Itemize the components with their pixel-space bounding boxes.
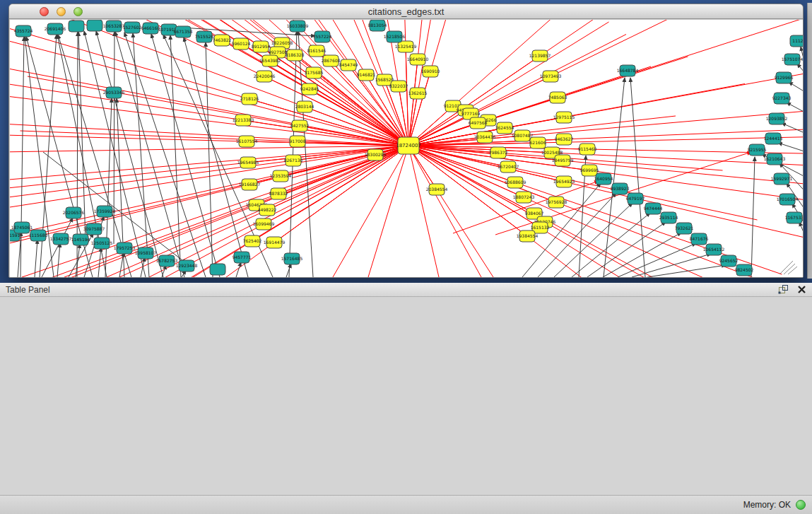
graph-node-label: 10653287 — [103, 23, 125, 28]
graph-node-label: 16107554 — [236, 139, 258, 144]
graph-node-label: 621606 — [530, 140, 546, 145]
graph-node-label: 1167533 — [785, 215, 803, 220]
graph-node-label: 8471676 — [690, 236, 709, 241]
graph-node-label: 2803144 — [295, 104, 314, 109]
graph-node-label: 12353594 — [270, 173, 292, 178]
graph-node-label: 9824502 — [735, 267, 754, 272]
graph-node-label: 10973493 — [540, 74, 562, 78]
network-window-titlebar[interactable]: citations_edges.txt — [9, 4, 803, 19]
citation-edge — [587, 222, 666, 277]
graph-node-label: 16914479 — [264, 240, 286, 245]
citation-edge — [310, 89, 408, 146]
graph-node-label: 10807487 — [512, 133, 534, 138]
citation-edge — [778, 143, 803, 152]
graph-node-label: 18226058 — [271, 40, 293, 45]
graph-node-label: 19654923 — [553, 179, 575, 184]
graph-node-label: 6479197 — [626, 196, 645, 201]
citation-edge — [333, 146, 408, 277]
graph-node-label: 16720407 — [498, 164, 519, 169]
graph-node-label: 6671358 — [174, 29, 193, 34]
graph-node-label: 12139857 — [529, 53, 551, 58]
graph-node-label: 9474444 — [644, 206, 663, 211]
citation-edge — [10, 67, 408, 146]
status-bar: Memory: OK — [0, 495, 812, 514]
graph-node-label: 7485063 — [548, 95, 567, 100]
network-view-canvas[interactable]: 7463822596012489129541822605899275081654… — [10, 20, 803, 277]
graph-node-label: 29053346 — [103, 90, 125, 95]
graph-node-label: 8938923 — [611, 186, 630, 191]
graph-node-label: 1115680 — [29, 233, 48, 238]
graph-node-label: 5960124 — [232, 41, 251, 46]
citation-edge — [789, 82, 803, 92]
graph-node-label: 18495759 — [552, 158, 574, 163]
citation-edge — [408, 20, 565, 146]
graph-node-label: 20691406 — [45, 26, 66, 31]
citation-edge — [305, 107, 408, 146]
table-panel-body: f (x) citations_edges.txt ▲▼ namein_degr… — [0, 297, 812, 495]
graph-node-label: 22420046 — [254, 74, 276, 78]
graph-node-label: 1362615 — [408, 90, 428, 95]
application-window: citations_edges.txt 74638225960124891295… — [0, 0, 812, 514]
graph-node-label: 12093852 — [766, 116, 788, 121]
graph-node-label: 20364436 — [474, 134, 496, 139]
graph-node-label: 18807243 — [513, 194, 535, 199]
graph-node[interactable] — [87, 20, 102, 31]
graph-node-label: 8322037 — [389, 83, 408, 88]
desktop-background: citations_edges.txt 74638225960124891295… — [0, 0, 812, 283]
graph-node-label: 15992971 — [771, 176, 793, 181]
graph-node-label: 13342757 — [50, 236, 72, 241]
memory-ok-indicator — [796, 500, 806, 510]
citation-edge — [133, 33, 149, 277]
graph-node-label: 17359928 — [94, 209, 116, 214]
graph-node-label: 16033809 — [287, 23, 309, 28]
graph-node-label: 1615132 — [531, 225, 550, 230]
graph-node-label: 9457771 — [233, 255, 252, 259]
graph-node-label: 1112 — [792, 38, 803, 43]
graph-node-label: 9129966 — [775, 75, 794, 80]
table-panel-title: Table Panel — [6, 285, 50, 295]
float-panel-icon[interactable] — [778, 284, 789, 294]
citation-edge — [35, 240, 37, 277]
graph-node-label: 3175685 — [305, 70, 324, 75]
graph-node-label: 8912954 — [252, 44, 271, 49]
graph-node-label: 19166827 — [239, 182, 261, 187]
citation-edge — [10, 39, 408, 146]
graph-node-label: 2867608 — [322, 58, 341, 63]
citation-edge — [105, 98, 112, 277]
graph-node-label: 7463822 — [213, 37, 232, 42]
graph-node-label: 18724007 — [396, 143, 421, 148]
graph-node-label: 10654112 — [703, 247, 725, 252]
graph-node-label: 917008 — [290, 139, 306, 144]
table-panel-titlebar: Table Panel — [0, 283, 812, 297]
graph-node-label: 7986372 — [489, 150, 508, 155]
citation-edge — [98, 247, 101, 277]
graph-node-label: 9463627 — [555, 136, 574, 141]
citation-edge — [115, 32, 184, 277]
graph-node-label: 10025488 — [541, 150, 563, 155]
network-canvas-svg: 7463822596012489129541822605899275081654… — [10, 20, 803, 277]
graph-node-label: 4498222 — [258, 207, 277, 212]
graph-node-label: 1640954 — [594, 176, 613, 181]
graph-node-label: 18300295 — [365, 152, 387, 157]
graph-node-label: 9242845 — [300, 86, 319, 91]
graph-node-label: 16543982 — [259, 58, 281, 63]
graph-node-label: 16648784 — [617, 68, 639, 73]
citation-edge — [647, 265, 726, 277]
graph-node-label: 9115460 — [578, 146, 597, 151]
graph-node-label: 16640910 — [407, 57, 429, 62]
graph-node-label: 9146821 — [357, 72, 376, 77]
graph-node-label: 8813054 — [368, 23, 387, 28]
graph-node-label: 7557224 — [313, 34, 332, 39]
citation-edge — [151, 34, 220, 277]
graph-node-label: 4355724 — [14, 28, 33, 33]
graph-node[interactable] — [210, 264, 225, 275]
citation-edge — [782, 123, 803, 134]
graph-node-label: 8215955 — [748, 147, 767, 152]
graph-node-label: 8454749 — [339, 62, 358, 67]
graph-node-label: 20384554 — [426, 187, 448, 192]
graph-node-label: 8878332 — [269, 191, 288, 196]
graph-node-label: 9777169 — [461, 111, 481, 116]
close-panel-icon[interactable] — [797, 285, 806, 294]
graph-node[interactable] — [69, 21, 84, 32]
graph-node-label: 12975115 — [553, 115, 575, 119]
